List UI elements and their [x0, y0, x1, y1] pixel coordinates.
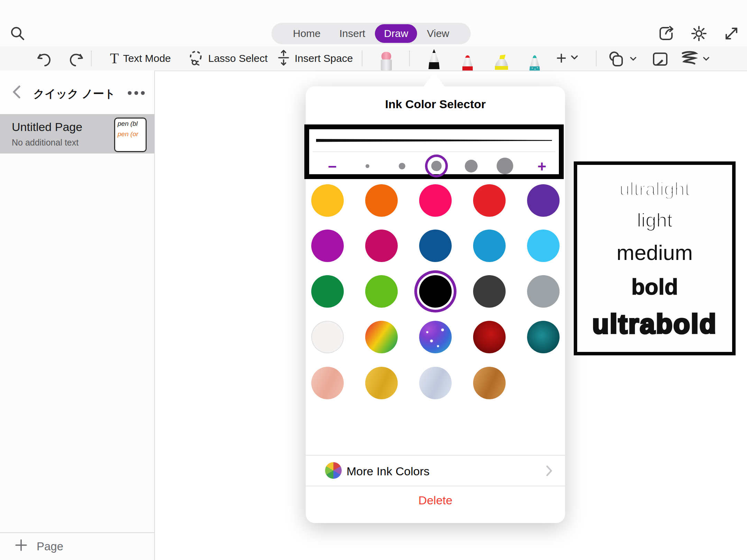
thickness-selected-ring [425, 155, 448, 177]
swatch-gray[interactable] [527, 275, 560, 308]
thickness-section: − + [304, 124, 564, 179]
chevron-right-icon [546, 465, 553, 478]
highlighter-tool[interactable] [492, 55, 511, 72]
insert-space-icon [277, 49, 290, 67]
share-icon[interactable] [658, 25, 675, 42]
thickness-increase-button[interactable]: + [537, 159, 546, 174]
swatch-pink[interactable] [419, 184, 452, 217]
ribbon-tabs: HomeInsertDrawView [271, 23, 471, 44]
text-mode-icon: T [110, 51, 119, 66]
swatch-sky-blue[interactable] [527, 230, 560, 262]
add-page-button[interactable]: Page [0, 532, 154, 560]
thickness-dot-4[interactable] [465, 160, 478, 172]
tab-home[interactable]: Home [284, 24, 330, 43]
shapes-icon [608, 50, 626, 68]
eraser-tool[interactable] [377, 51, 396, 72]
tab-insert[interactable]: Insert [330, 24, 374, 43]
page-thumbnail: pen (blpen (or [114, 118, 147, 152]
page-subtitle: No additional text [12, 138, 79, 148]
onenote-app-window: HomeInsertDrawView T Text Mode Lasso Sel… [0, 0, 747, 560]
handwriting-light: light [637, 211, 673, 230]
more-menu-icon[interactable] [127, 91, 145, 95]
swatch-lime-green[interactable] [365, 275, 398, 308]
ink-to-shape-button[interactable] [681, 50, 710, 68]
swatch-magenta[interactable] [311, 230, 344, 262]
insert-space-label: Insert Space [295, 53, 353, 64]
swatch-dark-gray[interactable] [473, 275, 506, 308]
swatch-garnet-red[interactable] [473, 321, 506, 353]
lasso-select-button[interactable]: Lasso Select [187, 50, 268, 66]
swatch-ocean-teal[interactable] [527, 321, 560, 353]
swatch-purple[interactable] [527, 184, 560, 217]
tab-draw[interactable]: Draw [375, 24, 417, 43]
add-page-label: Page [37, 540, 63, 553]
thickness-dot-1[interactable] [366, 164, 369, 168]
tab-view[interactable]: View [418, 24, 458, 43]
stroke-weight-samples: ultralightlightmediumboldultrabold [574, 161, 736, 355]
thickness-dot-2[interactable] [399, 163, 405, 169]
notebook-title: クイック ノート [31, 86, 118, 102]
popup-pointer [424, 72, 444, 86]
scribble-icon [681, 50, 699, 68]
toolbar-divider [596, 50, 597, 66]
delete-button[interactable]: Delete [306, 494, 565, 507]
swatch-gold[interactable] [311, 184, 344, 217]
swatch-green[interactable] [311, 275, 344, 308]
handwriting-bold: bold [631, 276, 678, 298]
sidebar-header: クイック ノート [0, 71, 154, 114]
shapes-button[interactable] [608, 50, 637, 68]
search-icon[interactable] [10, 26, 26, 41]
swatch-gold-metallic[interactable] [365, 367, 398, 399]
swatch-bronze[interactable] [473, 367, 506, 399]
swatch-black[interactable] [419, 275, 452, 308]
swatch-rainbow-glitter[interactable] [365, 321, 398, 353]
handwriting-ultralight: ultralight [619, 179, 690, 198]
swatch-white[interactable] [311, 321, 344, 353]
ink-annotate-icon[interactable] [652, 51, 669, 67]
divider [306, 486, 565, 486]
handwriting-medium: medium [617, 242, 693, 263]
more-ink-colors-button[interactable]: More Ink Colors [325, 461, 546, 481]
page-list-item-selected[interactable]: Untitled Page No additional text pen (bl… [0, 114, 154, 153]
handwriting-ultrabold: ultrabold [592, 310, 717, 337]
text-mode-button[interactable]: T Text Mode [110, 50, 171, 66]
top-bar: HomeInsertDrawView [0, 0, 747, 46]
more-ink-colors-label: More Ink Colors [347, 465, 430, 478]
chevron-down-icon [703, 56, 710, 63]
plus-icon: + [556, 49, 566, 67]
back-chevron-icon[interactable] [12, 85, 21, 99]
insert-space-button[interactable]: Insert Space [277, 50, 353, 66]
toolbar-divider [409, 50, 410, 66]
teal-pencil-tool[interactable] [526, 55, 543, 72]
thickness-dot-row [309, 129, 559, 174]
color-wheel-icon [325, 462, 342, 479]
undo-icon[interactable] [36, 53, 53, 67]
page-title: Untitled Page [12, 120, 82, 134]
swatch-raspberry[interactable] [365, 230, 398, 262]
black-pen-tool[interactable] [424, 49, 444, 72]
lasso-select-label: Lasso Select [208, 53, 268, 64]
thickness-dot-5[interactable] [497, 158, 513, 174]
swatch-rose-gold[interactable] [311, 367, 344, 399]
thumbnail-ink-text: pen (or [115, 129, 146, 139]
divider [306, 455, 565, 456]
red-pen-tool[interactable] [459, 55, 477, 72]
plus-icon [15, 539, 27, 554]
swatch-blue[interactable] [473, 230, 506, 262]
draw-toolbar: T Text Mode Lasso Select Insert Space [0, 46, 747, 71]
swatch-orange[interactable] [365, 184, 398, 217]
chevron-down-icon [571, 55, 578, 61]
toolbar-divider [362, 50, 362, 66]
settings-gear-icon[interactable] [690, 25, 708, 42]
expand-icon[interactable] [723, 25, 740, 42]
add-pen-button[interactable]: + [556, 49, 578, 67]
thumbnail-ink-text: pen (bl [115, 119, 146, 129]
page-list-sidebar: クイック ノート Untitled Page No additional tex… [0, 71, 155, 560]
swatch-navy-blue[interactable] [419, 230, 452, 262]
chevron-down-icon [630, 56, 637, 63]
redo-icon[interactable] [68, 53, 84, 67]
swatch-red[interactable] [473, 184, 506, 217]
lasso-icon [187, 49, 204, 67]
swatch-galaxy[interactable] [419, 321, 452, 353]
swatch-silver[interactable] [419, 367, 452, 399]
